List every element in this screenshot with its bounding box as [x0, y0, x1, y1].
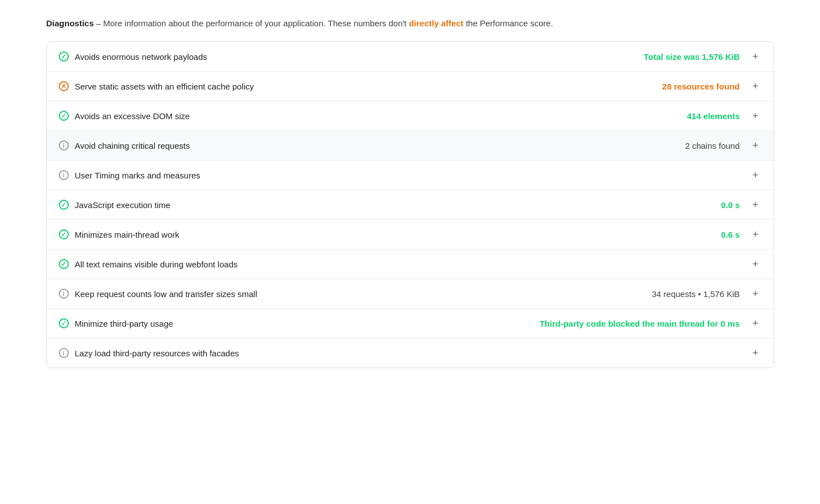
audit-title: Minimize third-party usage: [75, 319, 174, 328]
audit-value: Total size was 1,576 KiB: [644, 52, 739, 62]
audit-title: Minimizes main-thread work: [75, 230, 180, 239]
audit-value: 0.0 s: [721, 200, 739, 210]
expand-button[interactable]: +: [749, 200, 762, 210]
audit-item-js-execution[interactable]: JavaScript execution time0.0 s+: [47, 190, 774, 220]
pass-icon: [59, 111, 69, 121]
audit-item-third-party[interactable]: Minimize third-party usageThird-party co…: [47, 309, 774, 338]
audit-title: Avoids enormous network payloads: [75, 52, 208, 62]
audit-item-facades[interactable]: Lazy load third-party resources with fac…: [47, 338, 774, 368]
pass-icon: [59, 229, 69, 239]
audit-title: Avoid chaining critical requests: [75, 141, 190, 150]
pass-icon: [59, 200, 69, 210]
audit-value: 0.6 s: [721, 230, 739, 239]
expand-button[interactable]: +: [749, 289, 762, 299]
audit-title: Serve static assets with an efficient ca…: [75, 82, 254, 91]
audit-item-webfont[interactable]: All text remains visible during webfont …: [47, 249, 774, 279]
info-icon: [59, 348, 69, 358]
header-text-after: the Performance score.: [463, 18, 553, 28]
pass-icon: [59, 259, 69, 269]
audit-value: 28 resources found: [662, 82, 739, 91]
audit-title: User Timing marks and measures: [75, 171, 200, 180]
expand-button[interactable]: +: [749, 81, 762, 91]
expand-button[interactable]: +: [749, 140, 762, 150]
warn-icon: [59, 81, 69, 91]
audit-title: Keep request counts low and transfer siz…: [75, 289, 257, 299]
audit-item-main-thread[interactable]: Minimizes main-thread work0.6 s+: [47, 220, 774, 249]
audit-title: Avoids an excessive DOM size: [75, 111, 190, 121]
audit-item-request-counts[interactable]: Keep request counts low and transfer siz…: [47, 279, 774, 309]
audit-title: All text remains visible during webfont …: [75, 260, 238, 269]
expand-button[interactable]: +: [749, 111, 762, 121]
expand-button[interactable]: +: [749, 170, 762, 180]
expand-button[interactable]: +: [749, 229, 762, 239]
pass-icon: [59, 318, 69, 328]
info-icon: [59, 140, 69, 150]
header-text-before: – More information about the performance…: [94, 18, 409, 28]
audit-item-dom-size[interactable]: Avoids an excessive DOM size414 elements…: [47, 101, 774, 131]
directly-affect-link[interactable]: directly affect: [409, 18, 463, 28]
audit-value: Third-party code blocked the main thread…: [540, 319, 740, 328]
audit-list: Avoids enormous network payloadsTotal si…: [46, 41, 774, 368]
info-icon: [59, 289, 69, 299]
audit-item-cache-policy[interactable]: Serve static assets with an efficient ca…: [47, 72, 774, 101]
audit-value: 34 requests • 1,576 KiB: [652, 289, 739, 299]
expand-button[interactable]: +: [749, 348, 762, 358]
audit-item-network-payloads[interactable]: Avoids enormous network payloadsTotal si…: [47, 42, 774, 72]
audit-title: JavaScript execution time: [75, 200, 171, 210]
diagnostics-header: Diagnostics – More information about the…: [46, 17, 774, 30]
audit-value: 414 elements: [687, 111, 739, 121]
audit-value: 2 chains found: [685, 141, 740, 150]
audit-title: Lazy load third-party resources with fac…: [75, 348, 239, 358]
audit-item-critical-requests[interactable]: Avoid chaining critical requests2 chains…: [47, 131, 774, 161]
info-icon: [59, 170, 69, 180]
pass-icon: [59, 51, 69, 62]
audit-item-user-timing[interactable]: User Timing marks and measures+: [47, 161, 774, 190]
expand-button[interactable]: +: [749, 259, 762, 269]
diagnostics-title: Diagnostics: [46, 18, 94, 28]
expand-button[interactable]: +: [749, 51, 762, 62]
expand-button[interactable]: +: [749, 318, 762, 328]
